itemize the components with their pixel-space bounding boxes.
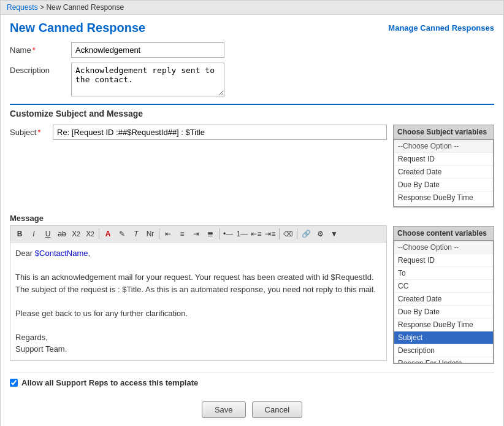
toolbar-fontcolor[interactable]: A xyxy=(101,228,115,240)
toolbar-ol[interactable]: 1— xyxy=(235,228,249,240)
toolbar-indent-less[interactable]: ⇤≡ xyxy=(250,228,263,240)
toolbar-normal[interactable]: Nr xyxy=(143,228,157,240)
content-variable-item[interactable]: Reason For Update xyxy=(394,357,493,363)
subject-variables-panel: Choose Subject variables --Choose Option… xyxy=(393,125,494,207)
subject-variable-item[interactable]: Request ID xyxy=(394,153,493,166)
toolbar-indent-more[interactable]: ⇥≡ xyxy=(264,228,277,240)
subject-required: * xyxy=(37,128,40,137)
toolbar-bold[interactable]: B xyxy=(13,228,26,240)
subject-area: Subject* Choose Subject variables --Choo… xyxy=(10,125,494,207)
content-variable-item[interactable]: To xyxy=(394,267,493,280)
subject-variables-header: Choose Subject variables xyxy=(394,125,494,139)
breadcrumb-current: New Canned Response xyxy=(46,3,124,12)
toolbar-clear-format[interactable]: ⌫ xyxy=(281,228,295,240)
button-row: Save Cancel xyxy=(10,401,494,426)
save-button[interactable]: Save xyxy=(202,401,246,418)
toolbar-sep3 xyxy=(219,228,220,239)
message-para3: Regards, xyxy=(15,331,381,344)
subject-input[interactable] xyxy=(53,125,387,140)
name-label: Name* xyxy=(10,42,71,55)
subject-variables-box: Choose Subject variables --Choose Option… xyxy=(393,125,494,207)
description-label: Description xyxy=(10,63,71,75)
content-variable-item[interactable]: Description xyxy=(394,344,493,357)
checkbox-row: Allow all Support Reps to access this te… xyxy=(10,373,494,392)
toolbar-underline[interactable]: U xyxy=(41,228,55,240)
content-variable-item[interactable]: Due By Date xyxy=(394,306,493,319)
description-textarea[interactable]: Acknowledgement reply sent to the contac… xyxy=(71,63,224,96)
page-title: New Canned Response xyxy=(10,21,145,35)
allow-access-checkbox[interactable] xyxy=(10,379,18,387)
contact-name-var: $ContactName xyxy=(35,249,88,258)
subject-variable-item[interactable]: Response DueBy Time xyxy=(394,192,493,204)
toolbar-superscript[interactable]: X2 xyxy=(83,228,97,240)
message-toolbar: B I U ab X2 X2 A ✎ T Nr ⇤ ≡ ⇥ ≣ xyxy=(10,225,387,242)
message-section: Message B I U ab X2 X2 A ✎ T Nr ⇤ ≡ xyxy=(10,214,494,364)
content-variables-box: Choose content variables --Choose Option… xyxy=(393,226,494,364)
content-variable-item[interactable]: CC xyxy=(394,280,493,293)
toolbar-align-left[interactable]: ⇤ xyxy=(161,228,175,240)
breadcrumb: Requests > New Canned Response xyxy=(1,1,503,15)
content-variables-header: Choose content variables xyxy=(394,227,494,241)
subject-variables-list: --Choose Option --Request IDCreated Date… xyxy=(394,140,493,204)
toolbar-strikethrough[interactable]: ab xyxy=(55,228,69,240)
subject-variable-item[interactable]: --Choose Option -- xyxy=(394,140,493,153)
toolbar-more[interactable]: ▼ xyxy=(327,228,341,240)
content-variables-panel: Choose content variables --Choose Option… xyxy=(393,226,494,364)
toolbar-sep4 xyxy=(279,228,280,239)
message-para4: Support Team. xyxy=(15,343,381,355)
breadcrumb-separator: > xyxy=(38,3,47,12)
subject-main: Subject* xyxy=(10,125,387,144)
customize-section: Customize Subject and Message xyxy=(10,104,494,118)
message-label: Message xyxy=(10,214,387,223)
description-row: Description Acknowledgement reply sent t… xyxy=(10,63,494,96)
manage-canned-responses-link[interactable]: Manage Canned Responses xyxy=(388,23,494,33)
name-required: * xyxy=(32,45,36,55)
main-content: New Canned Response Manage Canned Respon… xyxy=(1,15,503,426)
section-title: Customize Subject and Message xyxy=(10,109,494,118)
subject-variable-item[interactable]: Due By Date xyxy=(394,179,493,192)
toolbar-align-justify[interactable]: ≣ xyxy=(204,228,217,240)
subject-label: Subject* xyxy=(10,128,53,137)
page-wrapper: Requests > New Canned Response New Canne… xyxy=(0,0,504,426)
content-variable-item[interactable]: Response DueBy Time xyxy=(394,319,493,331)
toolbar-align-right[interactable]: ⇥ xyxy=(189,228,203,240)
toolbar-ul[interactable]: •— xyxy=(221,228,235,240)
toolbar-link[interactable]: 🔗 xyxy=(299,228,313,240)
toolbar-subscript[interactable]: X2 xyxy=(69,228,83,240)
content-variables-scrollbox[interactable]: --Choose Option --Request IDToCCCreated … xyxy=(394,241,494,363)
toolbar-align-center[interactable]: ≡ xyxy=(175,228,189,240)
content-variable-item[interactable]: --Choose Option -- xyxy=(394,241,493,254)
content-variable-item[interactable]: Created Date xyxy=(394,293,493,306)
breadcrumb-link[interactable]: Requests xyxy=(7,3,38,12)
toolbar-sep5 xyxy=(297,228,297,239)
page-header: New Canned Response Manage Canned Respon… xyxy=(10,21,494,35)
subject-variables-scrollbox[interactable]: --Choose Option --Request IDCreated Date… xyxy=(394,139,494,207)
message-main: Message B I U ab X2 X2 A ✎ T Nr ⇤ ≡ xyxy=(10,214,387,364)
toolbar-sep1 xyxy=(99,228,99,239)
content-variable-item[interactable]: Request ID xyxy=(394,254,493,267)
name-row: Name* xyxy=(10,42,494,58)
toolbar-insert[interactable]: ⚙ xyxy=(313,228,327,240)
subject-variable-item[interactable]: Created Date xyxy=(394,166,493,179)
content-variable-item[interactable]: Subject xyxy=(394,331,493,344)
toolbar-highlight[interactable]: ✎ xyxy=(115,228,129,240)
message-editor[interactable]: Dear $ContactName, This is an acknowledg… xyxy=(10,242,387,361)
subject-row: Subject* xyxy=(10,125,387,140)
toolbar-font[interactable]: T xyxy=(129,228,143,240)
message-para1: This is an acknowledgement mail for your… xyxy=(15,271,381,295)
message-para2: Please get back to us for any further cl… xyxy=(15,308,381,320)
name-input[interactable] xyxy=(71,42,224,58)
allow-access-label[interactable]: Allow all Support Reps to access this te… xyxy=(21,378,198,387)
toolbar-sep2 xyxy=(159,228,159,239)
cancel-button[interactable]: Cancel xyxy=(252,401,302,418)
content-variables-list: --Choose Option --Request IDToCCCreated … xyxy=(394,241,493,363)
toolbar-italic[interactable]: I xyxy=(27,228,40,240)
